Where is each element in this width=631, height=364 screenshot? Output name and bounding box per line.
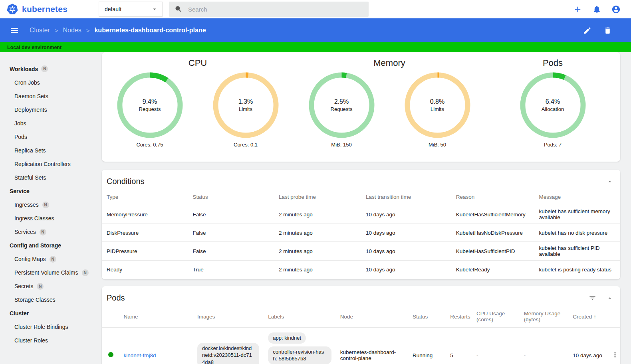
- sidebar-item-label: Cluster Roles: [14, 337, 48, 344]
- breadcrumb-link-cluster[interactable]: Cluster: [30, 27, 50, 34]
- conditions-header-row: TypeStatusLast probe timeLast transition…: [102, 190, 620, 205]
- breadcrumb-link-nodes[interactable]: Nodes: [63, 27, 81, 34]
- donut-chart: 9.4%Requests: [117, 72, 183, 138]
- column-header-created[interactable]: Created↑: [568, 307, 606, 328]
- column-header-restarts[interactable]: Restarts: [445, 307, 472, 328]
- sidebar-item-deployments[interactable]: Deployments: [0, 103, 99, 117]
- sidebar-item-jobs[interactable]: Jobs: [0, 117, 99, 130]
- column-header-status[interactable]: Status: [408, 307, 445, 328]
- sidebar-item-cluster-roles[interactable]: Cluster Roles: [0, 334, 99, 347]
- donut-row: 9.4%RequestsCores: 0,751.3%LimitsCores: …: [102, 72, 294, 148]
- sidebar-item-ingress-classes[interactable]: Ingress Classes: [0, 212, 99, 225]
- sidebar-section-label: Workloads: [10, 66, 38, 72]
- sidebar-item-pods[interactable]: Pods: [0, 130, 99, 144]
- donut-block-limits: 1.3%LimitsCores: 0,1: [213, 72, 279, 148]
- sidebar-item-daemon-sets[interactable]: Daemon Sets: [0, 89, 99, 103]
- conditions-title: Conditions: [107, 177, 145, 186]
- namespace-selector[interactable]: default: [99, 2, 163, 17]
- sidebar-item-cron-jobs[interactable]: Cron Jobs: [0, 76, 99, 89]
- pods-title: Pods: [107, 293, 125, 303]
- donut-footer-value: MiB: 150: [331, 142, 351, 148]
- metric-group-pods: Pods6.4%AllocationPods: 7: [485, 55, 620, 162]
- sidebar-item-persistent-volume-claims[interactable]: Persistent Volume ClaimsN: [0, 266, 99, 279]
- edit-pencil-icon[interactable]: [583, 26, 591, 35]
- sidebar-item-ingresses[interactable]: IngressesN: [0, 198, 99, 212]
- donut-sublabel: Limits: [239, 106, 252, 112]
- donut-center-label: 0.8%Limits: [405, 72, 470, 138]
- sidebar-item-label: Ingresses: [14, 202, 39, 208]
- collapse-arrow-icon[interactable]: [607, 178, 613, 185]
- more-vert-icon[interactable]: [611, 351, 619, 359]
- pod-name-link[interactable]: kindnet-fmj8d: [124, 352, 156, 358]
- table-cell: 10 days ago: [361, 224, 451, 242]
- page-layout: WorkloadsNCron JobsDaemon SetsDeployment…: [0, 52, 631, 364]
- sidebar-item-cluster-role-bindings[interactable]: Cluster Role Bindings: [0, 320, 99, 334]
- add-resource-icon[interactable]: [573, 5, 582, 14]
- sidebar-item-secrets[interactable]: SecretsN: [0, 279, 99, 293]
- top-header: kubernetes default: [0, 0, 631, 18]
- sidebar-item-label: Cluster Role Bindings: [14, 324, 68, 330]
- donut-percentage: 6.4%: [546, 98, 560, 105]
- column-header-node[interactable]: Node: [335, 307, 408, 328]
- sidebar: WorkloadsNCron JobsDaemon SetsDeployment…: [0, 52, 99, 364]
- column-header-message: Message: [534, 190, 620, 205]
- table-row: ReadyTrue2 minutes ago10 days agoKubelet…: [102, 261, 620, 279]
- delete-trash-icon[interactable]: [603, 26, 612, 35]
- column-header-last-transition-time: Last transition time: [361, 190, 451, 205]
- sidebar-item-storage-classes[interactable]: Storage Classes: [0, 293, 99, 307]
- image-chip: docker.io/kindest/kindnetd:v20230511-dc7…: [197, 343, 259, 364]
- donut-center-label: 6.4%Allocation: [520, 72, 586, 138]
- donut-chart: 0.8%Limits: [405, 72, 470, 138]
- sidebar-item-replica-sets[interactable]: Replica Sets: [0, 144, 99, 157]
- pod-menu-cell: [606, 328, 620, 364]
- app-title: kubernetes: [22, 4, 67, 14]
- pods-actions: [589, 294, 613, 302]
- column-header-memory-usage-bytes-[interactable]: Memory Usage (bytes): [519, 307, 568, 328]
- table-cell: 2 minutes ago: [274, 205, 361, 224]
- pod-restarts-cell: 5: [445, 328, 472, 364]
- donut-percentage: 2.5%: [334, 98, 349, 105]
- sidebar-item-label: Ingress Classes: [14, 215, 54, 222]
- filter-icon[interactable]: [589, 294, 596, 302]
- collapse-arrow-icon[interactable]: [607, 295, 613, 301]
- sidebar-section-workloads: WorkloadsN: [0, 62, 99, 76]
- sidebar-item-config-maps[interactable]: Config MapsN: [0, 252, 99, 266]
- user-account-icon[interactable]: [611, 5, 621, 14]
- environment-banner-text: Local dev environment: [7, 45, 62, 50]
- sidebar-item-label: Config Maps: [14, 256, 46, 262]
- table-cell: 10 days ago: [361, 242, 451, 261]
- donut-sublabel: Requests: [331, 106, 353, 112]
- menu-hamburger-icon[interactable]: [10, 26, 19, 35]
- column-header-name[interactable]: Name: [119, 307, 192, 328]
- donut-center-label: 9.4%Requests: [117, 72, 183, 138]
- sidebar-item-services[interactable]: ServicesN: [0, 225, 99, 239]
- sidebar-item-replication-controllers[interactable]: Replication Controllers: [0, 157, 99, 171]
- sidebar-item-stateful-sets[interactable]: Stateful Sets: [0, 171, 99, 184]
- table-cell: False: [188, 205, 274, 224]
- conditions-table-body: MemoryPressureFalse2 minutes ago10 days …: [102, 205, 620, 279]
- column-header-labels[interactable]: Labels: [263, 307, 335, 328]
- namespaced-badge: N: [40, 229, 46, 235]
- sidebar-item-label: Cron Jobs: [14, 79, 40, 86]
- table-row: MemoryPressureFalse2 minutes ago10 days …: [102, 205, 620, 224]
- column-header-images[interactable]: Images: [192, 307, 263, 328]
- pod-name-cell: kindnet-fmj8d: [119, 328, 192, 364]
- conditions-actions: [607, 178, 613, 185]
- donut-chart: 1.3%Limits: [213, 72, 279, 138]
- table-cell: Ready: [102, 261, 188, 279]
- table-row: DiskPressureFalse2 minutes ago10 days ag…: [102, 224, 620, 242]
- table-cell: KubeletHasSufficientPID: [451, 242, 534, 261]
- donut-chart: 6.4%Allocation: [520, 72, 586, 138]
- search-input[interactable]: [188, 6, 363, 13]
- pod-memory-usage-cell: -: [519, 328, 568, 364]
- breadcrumb-separator: >: [55, 27, 58, 34]
- pods-card: Pods NameImagesLabelsNodeStatusRestartsC…: [102, 286, 620, 364]
- table-cell: kubelet has sufficient memory available: [534, 205, 620, 224]
- column-header-reason: Reason: [451, 190, 534, 205]
- donut-sublabel: Requests: [139, 106, 161, 112]
- table-cell: kubelet has sufficient PID available: [534, 242, 620, 261]
- notifications-bell-icon[interactable]: [592, 5, 601, 14]
- column-header-cpu-usage-cores-[interactable]: CPU Usage (cores): [472, 307, 519, 328]
- column-header-label: Images: [197, 314, 215, 320]
- table-cell: MemoryPressure: [102, 205, 188, 224]
